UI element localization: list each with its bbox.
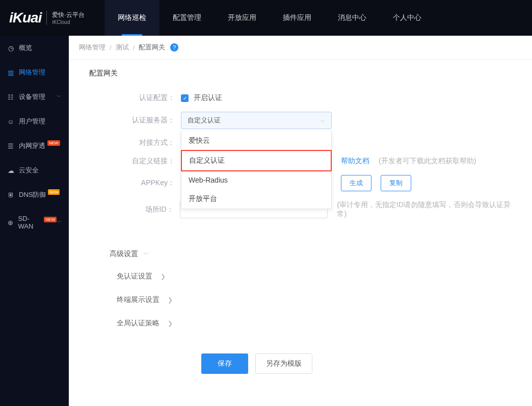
nav-tab-profile[interactable]: 个人中心: [380, 0, 435, 36]
enable-auth-label: 开启认证: [194, 93, 222, 103]
copy-button[interactable]: 复制: [381, 175, 411, 191]
chevron-right-icon: ❯: [168, 296, 173, 303]
nav-tab-config-mgmt[interactable]: 配置管理: [159, 0, 215, 36]
sidebar-item-cloud-security[interactable]: ☁ 云安全: [0, 158, 69, 183]
adv-item-noauth[interactable]: 免认证设置 ❯: [110, 272, 517, 281]
sidebar-item-label: DNS防御: [19, 190, 46, 199]
save-as-template-button[interactable]: 另存为模版: [255, 353, 312, 374]
help-doc-hint: (开发者可下载此文档获取帮助): [379, 157, 476, 166]
nav-tab-network-inspection[interactable]: 网络巡检: [104, 0, 159, 36]
logo: iKuai: [9, 10, 41, 26]
sidebar-item-nat-tunnel[interactable]: ☰ 内网穿透 NEW: [0, 134, 69, 158]
adv-item-global-auth-policy[interactable]: 全局认证策略 ❯: [110, 319, 517, 328]
sidebar-item-network-mgmt[interactable]: ▥ 网络管理: [0, 60, 69, 85]
save-button[interactable]: 保存: [201, 353, 248, 374]
auth-server-select[interactable]: 自定义认证 ︿: [181, 112, 332, 129]
logo-subtitle-en: iKCloud: [52, 19, 84, 25]
globe-icon: ⊕: [7, 219, 14, 226]
appkey-label: APPKey：: [104, 179, 181, 188]
chevron-down-icon: ﹀: [143, 250, 149, 259]
auth-server-label: 认证服务器：: [104, 116, 181, 125]
place-id-hint: (审计专用，无指定ID请勿随意填写，否则会导致认证异常): [337, 200, 517, 219]
breadcrumb-level-1[interactable]: 网络管理: [79, 43, 105, 52]
nav-tab-plugin-apps[interactable]: 插件应用: [270, 0, 325, 36]
breadcrumb-level-2[interactable]: 测试: [116, 43, 129, 52]
logo-block: iKuai 爱快·云平台 iKCloud: [0, 10, 104, 26]
auth-config-label: 认证配置：: [104, 93, 181, 103]
chevron-down-icon: ﹀: [57, 93, 62, 100]
nav-tab-open-apps[interactable]: 开放应用: [215, 0, 270, 36]
advanced-title: 高级设置: [110, 249, 138, 259]
chevron-right-icon: ❯: [161, 273, 166, 280]
dropdown-option-ikuai-cloud[interactable]: 爱快云: [181, 131, 331, 150]
sidebar-item-label: 用户管理: [19, 117, 45, 126]
content-area: 配置网关 认证配置： ✓ 开启认证 认证服务器： 自定义认证 ︿: [69, 60, 532, 406]
dropdown-option-web-radius[interactable]: Web-Radius: [181, 171, 331, 189]
chevron-right-icon: ❯: [168, 320, 173, 327]
breadcrumb-current: 配置网关: [139, 43, 165, 52]
sidebar-item-sdwan[interactable]: ⊕ SD-WAN NEW ﹀: [0, 207, 69, 238]
page-title: 配置网关: [89, 69, 517, 78]
dropdown-option-custom-auth[interactable]: 自定义认证: [181, 150, 332, 171]
cloud-icon: ☁: [7, 167, 14, 174]
nav-tab-messages[interactable]: 消息中心: [325, 0, 380, 36]
sidebar-item-label: 云安全: [19, 166, 39, 175]
advanced-toggle[interactable]: 高级设置 ﹀: [110, 249, 517, 259]
chevron-up-icon: ︿: [320, 117, 325, 124]
sidebar-item-label: 设备管理: [19, 92, 45, 102]
help-icon[interactable]: ?: [170, 43, 178, 52]
sidebar-item-label: 网络管理: [19, 68, 45, 77]
badge-beta: Beta: [48, 189, 59, 195]
sidebar-item-device-mgmt[interactable]: ☷ 设备管理 ﹀: [0, 85, 69, 109]
badge-new: NEW: [47, 140, 60, 146]
adv-item-terminal-display[interactable]: 终端展示设置 ❯: [110, 295, 517, 304]
clock-icon: ◷: [7, 44, 14, 52]
shield-icon: ⛨: [7, 191, 14, 199]
generate-button[interactable]: 生成: [341, 175, 371, 191]
place-id-label: 场所ID：: [104, 205, 180, 214]
sidebar-item-label: 概览: [19, 43, 32, 53]
sidebar-item-dns-defense[interactable]: ⛨ DNS防御 Beta: [0, 183, 69, 207]
sidebar: ◷ 概览 ▥ 网络管理 ☷ 设备管理 ﹀ ☺ 用户管理 ☰ 内网穿透 NEW ☁…: [0, 36, 69, 406]
connection-mode-label: 对接方式：: [104, 138, 181, 147]
monitor-icon: ▥: [7, 69, 14, 77]
sidebar-item-overview[interactable]: ◷ 概览: [0, 36, 69, 60]
auth-server-dropdown: 爱快云 自定义认证 Web-Radius 开放平台: [181, 131, 332, 209]
user-icon: ☺: [7, 118, 14, 125]
dropdown-option-open-platform[interactable]: 开放平台: [181, 189, 331, 209]
grid-icon: ☷: [7, 93, 14, 101]
chevron-down-icon: ﹀: [57, 219, 62, 226]
badge-new: NEW: [44, 217, 57, 222]
help-doc-link[interactable]: 帮助文档: [341, 157, 369, 166]
bars-icon: ☰: [7, 142, 14, 150]
sidebar-item-label: SD-WAN: [18, 215, 42, 230]
top-bar: iKuai 爱快·云平台 iKCloud 网络巡检 配置管理 开放应用 插件应用…: [0, 0, 532, 36]
breadcrumb: 网络管理 / 测试 / 配置网关 ?: [69, 36, 532, 60]
logo-subtitle-cn: 爱快·云平台: [52, 11, 84, 19]
custom-link-label: 自定义链接：: [104, 157, 181, 166]
top-nav: 网络巡检 配置管理 开放应用 插件应用 消息中心 个人中心: [104, 0, 435, 36]
enable-auth-checkbox[interactable]: ✓: [181, 94, 189, 102]
sidebar-item-user-mgmt[interactable]: ☺ 用户管理: [0, 109, 69, 134]
auth-server-value: 自定义认证: [188, 116, 221, 125]
sidebar-item-label: 内网穿透: [19, 141, 45, 150]
